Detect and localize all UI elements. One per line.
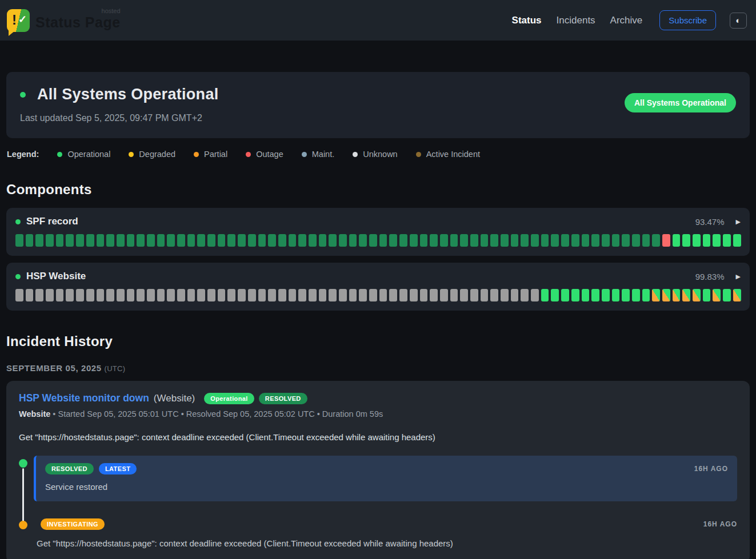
uptime-bar[interactable] bbox=[298, 234, 306, 247]
uptime-bar[interactable] bbox=[278, 234, 286, 247]
uptime-bar[interactable] bbox=[157, 289, 165, 301]
uptime-bar[interactable] bbox=[309, 234, 317, 247]
uptime-bar[interactable] bbox=[521, 289, 529, 301]
uptime-bar[interactable] bbox=[551, 289, 559, 301]
uptime-bar[interactable] bbox=[410, 234, 418, 247]
uptime-bar[interactable] bbox=[673, 289, 681, 301]
uptime-bar[interactable] bbox=[501, 234, 509, 247]
uptime-bar[interactable] bbox=[97, 234, 105, 247]
uptime-bar[interactable] bbox=[632, 234, 640, 247]
uptime-bar[interactable] bbox=[481, 234, 489, 247]
uptime-bar[interactable] bbox=[309, 289, 317, 301]
uptime-bar[interactable] bbox=[278, 289, 286, 301]
uptime-bar[interactable] bbox=[76, 289, 84, 301]
uptime-bar[interactable] bbox=[693, 289, 701, 301]
uptime-bar[interactable] bbox=[430, 234, 438, 247]
uptime-bar[interactable] bbox=[582, 289, 590, 301]
uptime-bar[interactable] bbox=[632, 289, 640, 301]
uptime-bar[interactable] bbox=[450, 234, 458, 247]
uptime-bar[interactable] bbox=[187, 234, 195, 247]
uptime-bar[interactable] bbox=[26, 234, 34, 247]
uptime-bar[interactable] bbox=[561, 234, 569, 247]
nav-incidents[interactable]: Incidents bbox=[557, 15, 595, 26]
uptime-bar[interactable] bbox=[511, 234, 519, 247]
uptime-bar[interactable] bbox=[470, 289, 478, 301]
uptime-bar[interactable] bbox=[177, 234, 185, 247]
uptime-bar[interactable] bbox=[682, 234, 690, 247]
uptime-bar[interactable] bbox=[369, 289, 377, 301]
uptime-bar[interactable] bbox=[460, 289, 468, 301]
theme-toggle-button[interactable]: ◐ bbox=[730, 13, 747, 29]
uptime-bar[interactable] bbox=[289, 289, 297, 301]
uptime-bar[interactable] bbox=[591, 289, 599, 301]
uptime-bar[interactable] bbox=[258, 289, 266, 301]
uptime-bar[interactable] bbox=[268, 234, 276, 247]
uptime-bar[interactable] bbox=[602, 234, 610, 247]
uptime-bar[interactable] bbox=[227, 234, 235, 247]
uptime-bar[interactable] bbox=[137, 234, 145, 247]
uptime-bar[interactable] bbox=[440, 234, 448, 247]
uptime-bar[interactable] bbox=[298, 289, 306, 301]
uptime-bar[interactable] bbox=[35, 289, 43, 301]
uptime-bar[interactable] bbox=[733, 289, 741, 301]
uptime-bar[interactable] bbox=[379, 289, 387, 301]
uptime-bar[interactable] bbox=[349, 289, 357, 301]
uptime-bar[interactable] bbox=[56, 234, 64, 247]
uptime-bar[interactable] bbox=[612, 234, 620, 247]
uptime-bar[interactable] bbox=[501, 289, 509, 301]
uptime-bar[interactable] bbox=[248, 289, 256, 301]
uptime-bar[interactable] bbox=[289, 234, 297, 247]
uptime-bar[interactable] bbox=[117, 234, 125, 247]
uptime-bar[interactable] bbox=[167, 289, 175, 301]
uptime-bar[interactable] bbox=[723, 289, 731, 301]
component-row[interactable]: HSP Website bbox=[15, 271, 695, 282]
uptime-bar[interactable] bbox=[399, 289, 407, 301]
uptime-bar[interactable] bbox=[339, 234, 347, 247]
uptime-bar[interactable] bbox=[35, 234, 43, 247]
uptime-bar[interactable] bbox=[703, 234, 711, 247]
uptime-bar[interactable] bbox=[329, 289, 337, 301]
uptime-bar[interactable] bbox=[541, 234, 549, 247]
uptime-bar[interactable] bbox=[440, 289, 448, 301]
uptime-bar[interactable] bbox=[349, 234, 357, 247]
uptime-bar[interactable] bbox=[319, 234, 327, 247]
uptime-bar[interactable] bbox=[66, 289, 74, 301]
uptime-bar[interactable] bbox=[602, 289, 610, 301]
uptime-bar[interactable] bbox=[15, 234, 23, 247]
uptime-bar[interactable] bbox=[591, 234, 599, 247]
subscribe-button[interactable]: Subscribe bbox=[659, 10, 716, 30]
uptime-bar[interactable] bbox=[733, 234, 741, 247]
uptime-bar[interactable] bbox=[481, 289, 489, 301]
nav-archive[interactable]: Archive bbox=[610, 15, 643, 26]
uptime-bar[interactable] bbox=[218, 289, 226, 301]
uptime-bar[interactable] bbox=[490, 234, 498, 247]
uptime-bar[interactable] bbox=[693, 234, 701, 247]
uptime-bar[interactable] bbox=[319, 289, 327, 301]
uptime-bar[interactable] bbox=[450, 289, 458, 301]
uptime-bar[interactable] bbox=[15, 289, 23, 301]
uptime-bar[interactable] bbox=[673, 234, 681, 247]
uptime-bar[interactable] bbox=[86, 234, 94, 247]
uptime-bar[interactable] bbox=[157, 234, 165, 247]
uptime-bar[interactable] bbox=[137, 289, 145, 301]
uptime-bar[interactable] bbox=[622, 289, 630, 301]
uptime-bar[interactable] bbox=[359, 234, 367, 247]
uptime-bar[interactable] bbox=[652, 289, 660, 301]
uptime-bar[interactable] bbox=[490, 289, 498, 301]
uptime-bar[interactable] bbox=[571, 234, 579, 247]
uptime-bar[interactable] bbox=[76, 234, 84, 247]
brand-logo[interactable]: ! ✓ hosted Status Page bbox=[7, 9, 121, 32]
uptime-bar[interactable] bbox=[207, 289, 215, 301]
uptime-bar[interactable] bbox=[571, 289, 579, 301]
uptime-bar[interactable] bbox=[97, 289, 105, 301]
uptime-bar[interactable] bbox=[359, 289, 367, 301]
uptime-bar[interactable] bbox=[662, 289, 670, 301]
uptime-bar[interactable] bbox=[379, 234, 387, 247]
incident-title-link[interactable]: HSP Website monitor down bbox=[19, 392, 149, 404]
uptime-bar[interactable] bbox=[86, 289, 94, 301]
uptime-bar[interactable] bbox=[541, 289, 549, 301]
uptime-bar[interactable] bbox=[460, 234, 468, 247]
nav-status[interactable]: Status bbox=[512, 15, 542, 26]
uptime-bar[interactable] bbox=[56, 289, 64, 301]
uptime-bar[interactable] bbox=[177, 289, 185, 301]
